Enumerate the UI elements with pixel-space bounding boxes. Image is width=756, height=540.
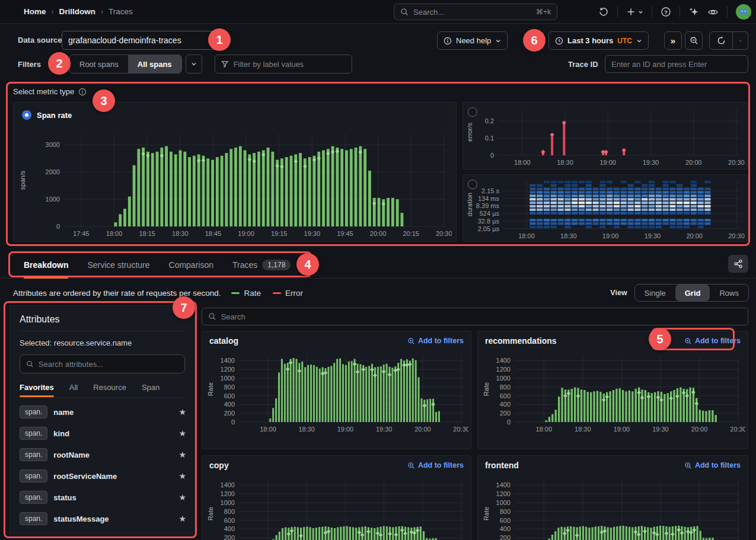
svg-text:200: 200 xyxy=(500,410,511,417)
select-metric-type-label: Select metric type xyxy=(13,87,74,96)
refresh-interval-dropdown[interactable] xyxy=(733,31,748,50)
divider xyxy=(617,7,618,17)
favorite-star-icon[interactable]: ★ xyxy=(178,514,186,523)
attr-tab-favorites[interactable]: Favorites xyxy=(20,383,54,397)
filter-by-label-input[interactable] xyxy=(215,55,352,74)
svg-text:800: 800 xyxy=(224,384,235,391)
svg-text:600: 600 xyxy=(500,392,511,400)
share-button[interactable] xyxy=(728,255,748,273)
svg-text:0: 0 xyxy=(507,418,511,426)
favorite-star-icon[interactable]: ★ xyxy=(178,450,186,459)
attr-tab-span[interactable]: Span xyxy=(142,383,160,397)
svg-text:1000: 1000 xyxy=(221,499,235,506)
trace-id-input[interactable] xyxy=(605,55,748,73)
favorite-star-icon[interactable]: ★ xyxy=(178,429,186,438)
magnifier-plus-icon xyxy=(684,462,692,469)
tab-breakdown[interactable]: Breakdown xyxy=(24,251,68,279)
time-forward-button[interactable]: » xyxy=(664,31,682,50)
history-icon[interactable] xyxy=(598,7,609,17)
search-placeholder: Search... xyxy=(413,8,531,17)
add-to-filters-link[interactable]: Add to filters xyxy=(407,337,464,345)
svg-text:1000: 1000 xyxy=(496,375,511,382)
attr-tab-all[interactable]: All xyxy=(69,383,78,397)
list-item[interactable]: span.rootName★ xyxy=(10,444,194,465)
breakdown-search-input[interactable] xyxy=(202,308,748,325)
svg-text:19:30: 19:30 xyxy=(645,232,661,239)
duration-heatmap[interactable]: 18:0018:3019:0019:3020:0020:302.15 s134 … xyxy=(465,175,746,241)
attributes-list: span.name★span.kind★span.rootName★span.r… xyxy=(10,398,194,529)
attr-tab-resource[interactable]: Resource xyxy=(93,383,126,397)
copy-chart[interactable]: 020040060080010001200140018:0018:3019:00… xyxy=(206,476,468,540)
svg-text:20:00: 20:00 xyxy=(414,426,431,433)
legend-rate[interactable]: Rate xyxy=(231,289,261,298)
svg-text:20:30: 20:30 xyxy=(436,230,452,237)
search-attributes-input[interactable] xyxy=(20,354,185,373)
list-item[interactable]: span.kind★ xyxy=(10,423,194,444)
tab-traces[interactable]: Traces 1,178 xyxy=(232,251,291,279)
svg-text:200: 200 xyxy=(500,534,511,540)
list-item[interactable]: span.status★ xyxy=(10,487,194,508)
svg-text:1400: 1400 xyxy=(221,481,235,488)
recommendations-chart[interactable]: 020040060080010001200140018:0018:3019:00… xyxy=(481,352,745,446)
svg-text:19:00: 19:00 xyxy=(238,230,254,237)
svg-text:2.05 µs: 2.05 µs xyxy=(478,225,500,232)
tab-service-structure[interactable]: Service structure xyxy=(87,251,149,279)
catalog-chart[interactable]: 020040060080010001200140018:0018:3019:00… xyxy=(206,352,468,446)
view-rows[interactable]: Rows xyxy=(710,285,748,301)
span-rate-radio[interactable] xyxy=(22,110,31,120)
data-source-picker[interactable]: grafanacloud-demoinfra-traces xyxy=(62,31,221,50)
svg-text:18:30: 18:30 xyxy=(298,426,315,433)
span-rate-chart[interactable]: 010002000300017:4518:0018:1518:3018:4519… xyxy=(18,128,452,238)
add-to-filters-link[interactable]: Add to filters xyxy=(684,337,741,345)
svg-text:19:00: 19:00 xyxy=(602,232,619,239)
panel-title: catalog xyxy=(209,336,238,346)
zoom-out-button[interactable] xyxy=(685,31,703,50)
info-circle-icon[interactable] xyxy=(78,88,87,96)
favorite-star-icon[interactable]: ★ xyxy=(178,471,186,481)
view-grid[interactable]: Grid xyxy=(675,285,710,301)
all-spans-option[interactable]: All spans xyxy=(128,55,181,73)
legend-error[interactable]: Error xyxy=(273,289,303,298)
svg-text:duration: duration xyxy=(466,193,473,216)
add-new-button[interactable] xyxy=(626,7,643,17)
svg-text:18:30: 18:30 xyxy=(172,230,189,237)
errors-chart[interactable]: 00.10.218:0018:3019:0019:3020:0020:30err… xyxy=(465,103,746,168)
svg-text:1000: 1000 xyxy=(496,499,511,506)
svg-text:18:45: 18:45 xyxy=(205,230,222,237)
svg-text:18:00: 18:00 xyxy=(260,426,276,433)
global-search-input[interactable]: Search... ⌘+k xyxy=(394,4,557,20)
tab-comparison[interactable]: Comparison xyxy=(169,251,213,279)
add-to-filters-link[interactable]: Add to filters xyxy=(684,461,741,469)
list-item[interactable]: span.statusMessage★ xyxy=(10,508,194,529)
list-item[interactable]: span.name★ xyxy=(10,401,194,423)
help-icon[interactable]: ? xyxy=(661,7,671,17)
frontend-chart[interactable]: 020040060080010001200140018:0018:3019:00… xyxy=(481,476,745,540)
list-item[interactable]: span.rootServiceName★ xyxy=(10,465,194,487)
refresh-button[interactable] xyxy=(709,31,733,50)
svg-text:0: 0 xyxy=(56,223,60,230)
favorite-star-icon[interactable]: ★ xyxy=(178,493,186,502)
view-single[interactable]: Single xyxy=(635,285,675,301)
timezone-label[interactable]: UTC xyxy=(617,37,632,45)
ai-sparkles-icon[interactable] xyxy=(688,7,699,17)
breadcrumb-drilldown[interactable]: Drilldown xyxy=(59,7,96,16)
svg-text:20:00: 20:00 xyxy=(686,232,703,239)
avatar[interactable] xyxy=(736,4,751,20)
breadcrumb-chevron-icon: › xyxy=(52,8,54,16)
svg-text:20:30: 20:30 xyxy=(728,232,745,239)
svg-text:2000: 2000 xyxy=(46,168,60,175)
span-scope-dropdown[interactable] xyxy=(186,55,202,74)
svg-text:600: 600 xyxy=(500,517,511,524)
breadcrumb-home[interactable]: Home xyxy=(24,7,46,16)
svg-text:200: 200 xyxy=(224,534,235,540)
favorite-star-icon[interactable]: ★ xyxy=(178,407,186,417)
eye-icon[interactable] xyxy=(707,7,719,18)
time-range-picker[interactable]: Last 3 hours UTC xyxy=(548,31,649,50)
callout-3: 3 xyxy=(92,90,115,112)
add-to-filters-link[interactable]: Add to filters xyxy=(407,461,464,469)
search-shortcut: ⌘+k xyxy=(536,8,551,16)
copy-panel: copy Add to filters 02004006008001000120… xyxy=(202,455,471,540)
selected-attribute: Selected: resource.service.name xyxy=(20,338,185,347)
need-help-button[interactable]: Need help xyxy=(437,31,508,50)
root-spans-option[interactable]: Root spans xyxy=(70,55,128,73)
